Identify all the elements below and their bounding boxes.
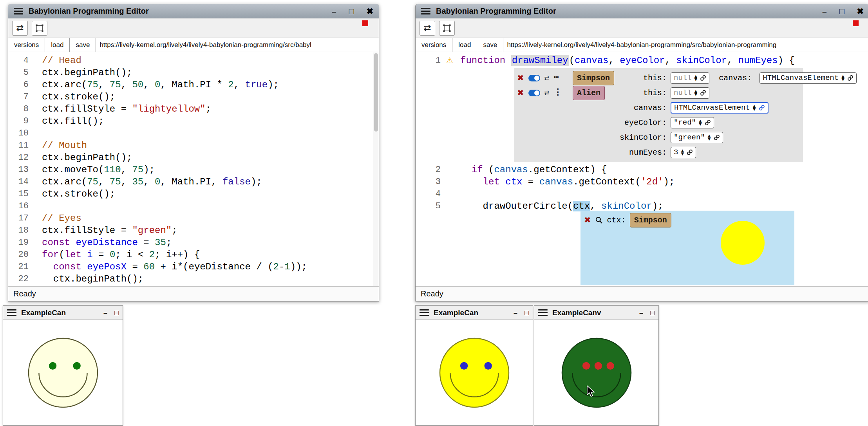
maximize-button[interactable]: □ xyxy=(650,309,655,316)
minimize-button[interactable]: – xyxy=(103,309,107,316)
code-line[interactable]: 15ctx.stroke(); xyxy=(8,188,379,200)
code-line[interactable]: 2 if (canvas.getContext) { xyxy=(416,164,868,176)
hamburger-menu-icon[interactable] xyxy=(420,309,429,316)
code-line[interactable]: 13ctx.moveTo(110, 75); xyxy=(8,164,379,176)
hamburger-menu-icon[interactable] xyxy=(538,309,548,316)
line-number[interactable]: 10 xyxy=(8,127,34,139)
smiley-canvas[interactable] xyxy=(3,320,123,425)
menu-dots-icon[interactable]: ⋯ xyxy=(553,74,559,82)
stepper-down-icon[interactable]: ▼ xyxy=(694,78,698,81)
stepper-icon[interactable]: ▲▼ xyxy=(681,149,684,155)
line-number[interactable]: 20 xyxy=(8,249,34,261)
value-input[interactable]: HTMLCanvasElement▲▼ xyxy=(760,72,857,84)
code-line[interactable]: 14ctx.arc(75, 75, 35, 0, Math.PI, false)… xyxy=(8,176,379,188)
swap-arrows-button[interactable]: ⇄ xyxy=(12,21,28,36)
line-number[interactable]: 19 xyxy=(8,236,34,249)
scrollbar-track[interactable] xyxy=(373,52,379,286)
menu-dots-icon[interactable]: ⋮ xyxy=(553,88,562,97)
link-icon[interactable] xyxy=(705,119,711,126)
link-icon[interactable] xyxy=(714,134,720,141)
code-line[interactable]: 11// Mouth xyxy=(8,139,379,152)
code-line[interactable]: 8ctx.fillStyle = "lightyellow"; xyxy=(8,103,379,115)
value-input[interactable]: 3▲▼ xyxy=(671,147,696,158)
titlebar[interactable]: ExampleCan – □ xyxy=(416,306,533,320)
line-number[interactable]: 15 xyxy=(8,188,34,200)
line-number[interactable]: 12 xyxy=(8,152,34,164)
swap-arrows-icon[interactable]: ⇄ xyxy=(544,89,550,97)
url-field[interactable]: https://lively-kernel.org/lively4/lively… xyxy=(96,38,379,52)
code-line[interactable]: 21 const eyePosX = 60 + i*(eyeDistance /… xyxy=(8,261,379,273)
example-badge-simpson[interactable]: Simpson xyxy=(630,213,671,227)
code-line[interactable]: 4 xyxy=(416,188,868,200)
code-line[interactable]: 6ctx.arc(75, 75, 50, 0, Math.PI * 2, tru… xyxy=(8,79,379,91)
stepper-down-icon[interactable]: ▼ xyxy=(708,137,711,141)
code-line[interactable]: 9ctx.fill(); xyxy=(8,115,379,127)
example-toggle[interactable] xyxy=(528,90,540,96)
tab-versions[interactable]: versions xyxy=(416,38,452,52)
hamburger-menu-icon[interactable] xyxy=(14,8,23,14)
tab-save[interactable]: save xyxy=(70,38,96,52)
code-line[interactable]: 4// Head xyxy=(8,54,379,67)
titlebar[interactable]: Babylonian Programming Editor – □ ✖ xyxy=(416,4,868,18)
stepper-down-icon[interactable]: ▼ xyxy=(841,78,844,81)
value-input[interactable]: "red"▲▼ xyxy=(671,117,714,128)
code-line[interactable]: 17// Eyes xyxy=(8,212,379,224)
link-icon[interactable] xyxy=(700,90,706,96)
stepper-down-icon[interactable]: ▼ xyxy=(694,93,698,96)
maximize-button[interactable]: □ xyxy=(114,309,119,316)
code-line[interactable]: 18ctx.fillStyle = "green"; xyxy=(8,224,379,236)
example-badge-alien[interactable]: Alien xyxy=(573,86,605,100)
code-editor[interactable]: 1⚠function drawSmiley(canvas, eyeColor, … xyxy=(416,52,868,286)
value-input[interactable]: null▲▼ xyxy=(671,87,709,99)
line-number[interactable]: 16 xyxy=(8,200,34,212)
hamburger-menu-icon[interactable] xyxy=(7,309,16,316)
line-number[interactable]: 4 xyxy=(8,54,34,67)
example-toggle[interactable] xyxy=(528,75,540,81)
swap-arrows-icon[interactable]: ⇄ xyxy=(544,74,550,82)
stepper-icon[interactable]: ▲▼ xyxy=(694,90,698,96)
swap-arrows-button[interactable]: ⇄ xyxy=(420,21,435,36)
value-input[interactable]: HTMLCanvasElement▲▼ xyxy=(671,102,769,114)
link-icon[interactable] xyxy=(700,75,706,81)
code-line[interactable]: 3 let ctx = canvas.getContext('2d'); xyxy=(416,176,868,188)
tab-load[interactable]: load xyxy=(45,38,70,52)
line-number[interactable]: 5 xyxy=(8,67,34,79)
link-icon[interactable] xyxy=(687,149,693,155)
line-number[interactable]: 9 xyxy=(8,115,34,127)
line-number[interactable]: 1⚠ xyxy=(416,54,455,67)
minimize-button[interactable]: – xyxy=(514,309,517,316)
link-icon[interactable] xyxy=(847,75,854,81)
value-input[interactable]: null▲▼ xyxy=(671,72,709,84)
code-editor[interactable]: 4// Head5ctx.beginPath();6ctx.arc(75, 75… xyxy=(8,52,379,286)
titlebar[interactable]: Babylonian Programming Editor – □ ✖ xyxy=(8,4,379,18)
warning-icon[interactable]: ⚠ xyxy=(446,54,453,67)
line-number[interactable]: 8 xyxy=(8,103,34,115)
line-number[interactable]: 22 xyxy=(8,273,34,285)
line-number[interactable]: 4 xyxy=(416,188,455,200)
stepper-down-icon[interactable]: ▼ xyxy=(699,123,702,126)
code-line[interactable]: 5ctx.beginPath(); xyxy=(8,67,379,79)
smiley-canvas[interactable] xyxy=(416,320,533,425)
stepper-down-icon[interactable]: ▼ xyxy=(753,108,756,111)
scrollbar-thumb[interactable] xyxy=(374,53,378,132)
line-number[interactable]: 21 xyxy=(8,261,34,273)
code-line[interactable]: 1⚠function drawSmiley(canvas, eyeColor, … xyxy=(416,54,868,67)
stepper-down-icon[interactable]: ▼ xyxy=(681,152,684,155)
stepper-icon[interactable]: ▲▼ xyxy=(708,134,711,141)
stepper-icon[interactable]: ▲▼ xyxy=(841,75,844,81)
line-number[interactable]: 7 xyxy=(8,91,34,103)
line-number[interactable]: 14 xyxy=(8,176,34,188)
smiley-canvas[interactable] xyxy=(534,320,658,425)
close-button[interactable]: ✖ xyxy=(366,7,373,15)
url-field[interactable]: https://lively-kernel.org/lively4/lively… xyxy=(503,38,868,52)
probe-delete-icon[interactable]: ✖ xyxy=(584,216,591,224)
line-number[interactable]: 17 xyxy=(8,212,34,224)
delete-example-icon[interactable]: ✖ xyxy=(517,74,524,82)
line-number[interactable]: 2 xyxy=(416,164,455,176)
code-line[interactable]: 12ctx.beginPath(); xyxy=(8,152,379,164)
code-line[interactable]: 7ctx.stroke(); xyxy=(8,91,379,103)
line-number[interactable]: 3 xyxy=(416,176,455,188)
minimize-button[interactable]: – xyxy=(639,309,643,316)
delete-example-icon[interactable]: ✖ xyxy=(517,89,524,97)
titlebar[interactable]: ExampleCan – □ xyxy=(3,306,123,320)
